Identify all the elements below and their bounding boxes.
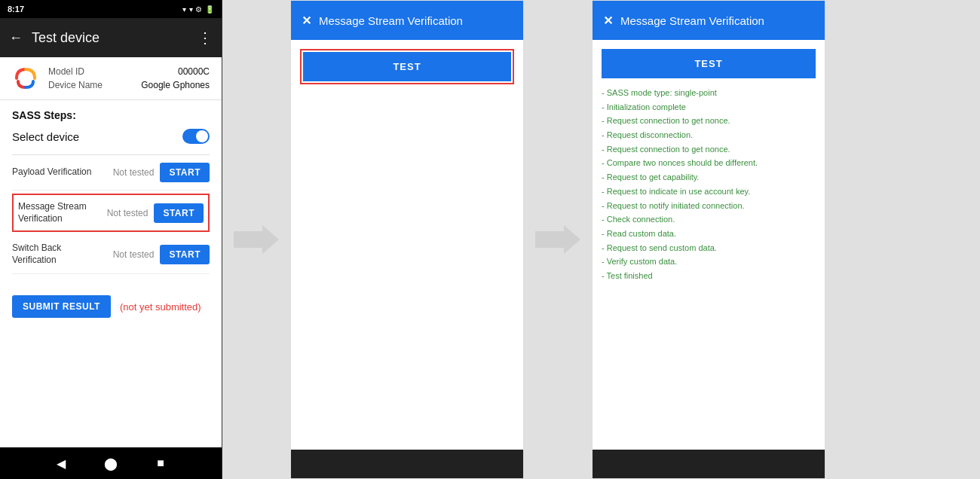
dialog-box-1: ✕ Message Stream Verification TEST xyxy=(290,0,524,479)
result-line-12: - Request to send custom data. xyxy=(602,241,816,255)
select-device-label: Select device xyxy=(12,130,79,143)
message-stream-verification-name: Message StreamVerification xyxy=(18,201,95,224)
dialog-1-body: TEST xyxy=(291,40,523,450)
select-device-row: Select device xyxy=(12,129,210,144)
home-nav-icon[interactable]: ⬤ xyxy=(104,456,118,470)
device-name-row: Device Name Google Gphones xyxy=(48,78,210,92)
navigation-bar: ◀ ⬤ ■ xyxy=(0,447,222,479)
model-id-label: Model ID xyxy=(48,66,84,77)
submit-section: SUBMIT RESULT (not yet submitted) xyxy=(0,283,222,330)
not-submitted-text: (not yet submitted) xyxy=(120,301,201,313)
model-id-row: Model ID 00000C xyxy=(48,65,210,78)
result-line-2: - Initialization complete xyxy=(602,100,816,114)
status-bar: 8:17 ▾ ▾ ⚙ 🔋 xyxy=(0,0,222,18)
dialog-2-body: TEST - SASS mode type: single-point - In… xyxy=(593,40,825,450)
phone-content: Model ID 00000C Device Name Google Gphon… xyxy=(0,57,222,447)
battery-icon: 🔋 xyxy=(205,5,214,14)
result-line-4: - Request disconnection. xyxy=(602,128,816,142)
device-info: Model ID 00000C Device Name Google Gphon… xyxy=(0,57,222,100)
dialog-1-test-button[interactable]: TEST xyxy=(303,52,511,81)
result-line-9: - Request to notify initiated connection… xyxy=(602,199,816,213)
dialog-box-2: ✕ Message Stream Verification TEST - SAS… xyxy=(592,0,825,479)
app-bar: ← Test device ⋮ xyxy=(0,18,222,57)
payload-verification-name: Payload Verification xyxy=(12,166,101,178)
phone-panel: 8:17 ▾ ▾ ⚙ 🔋 ← Test device ⋮ Model ID 00… xyxy=(0,0,222,479)
model-id-value: 00000C xyxy=(178,66,210,77)
dialog-1-title: Message Stream Verification xyxy=(319,14,513,27)
app-logo xyxy=(12,65,39,92)
dialog-header-1: ✕ Message Stream Verification xyxy=(291,1,523,40)
svg-marker-1 xyxy=(535,225,580,254)
result-line-10: - Check connection. xyxy=(602,212,816,227)
message-stream-verification-row: Message StreamVerification Not tested ST… xyxy=(15,197,207,229)
switch-back-verification-name: Switch Back Verification xyxy=(12,243,101,266)
result-line-7: - Request to get capability. xyxy=(602,170,816,185)
dialog-1-close-icon[interactable]: ✕ xyxy=(302,14,311,28)
wifi-icon: ▾ ⚙ xyxy=(189,5,202,14)
signal-icon: ▾ xyxy=(182,5,186,14)
device-fields: Model ID 00000C Device Name Google Gphon… xyxy=(48,65,210,92)
dialog-1-footer xyxy=(291,450,523,478)
menu-icon[interactable]: ⋮ xyxy=(198,29,213,47)
dialog-panel-1: ✕ Message Stream Verification TEST xyxy=(290,0,524,479)
switch-back-verification-row: Switch Back Verification Not tested STAR… xyxy=(12,235,210,274)
back-icon[interactable]: ← xyxy=(9,31,23,44)
payload-verification-status: Not tested xyxy=(107,167,154,178)
device-name-value: Google Gphones xyxy=(141,80,210,90)
device-name-label: Device Name xyxy=(48,80,103,90)
result-line-6: - Compare two nonces should be different… xyxy=(602,156,816,170)
dialog-2-footer xyxy=(593,450,825,478)
recents-nav-icon[interactable]: ■ xyxy=(154,456,167,470)
submit-result-button[interactable]: SUBMIT RESULT xyxy=(12,295,111,318)
dialog-header-2: ✕ Message Stream Verification xyxy=(593,1,825,40)
dialog-2-results: - SASS mode type: single-point - Initial… xyxy=(602,86,816,283)
message-stream-verification-row-wrapper: Message StreamVerification Not tested ST… xyxy=(12,194,210,232)
message-stream-verification-status: Not tested xyxy=(101,208,148,218)
dialog-2-close-icon[interactable]: ✕ xyxy=(603,14,613,28)
dialog-2-test-button[interactable]: TEST xyxy=(602,49,816,78)
arrow-2-container xyxy=(524,0,592,479)
result-line-13: - Verify custom data. xyxy=(602,255,816,269)
status-icons: ▾ ▾ ⚙ 🔋 xyxy=(182,5,214,14)
switch-back-verification-status: Not tested xyxy=(107,249,154,260)
payload-verification-row: Payload Verification Not tested START xyxy=(12,155,210,191)
result-line-8: - Request to indicate in use account key… xyxy=(602,185,816,199)
result-line-11: - Read custom data. xyxy=(602,227,816,241)
sass-title: SASS Steps: xyxy=(12,109,210,121)
payload-verification-start-button[interactable]: START xyxy=(160,163,210,182)
switch-back-verification-start-button[interactable]: START xyxy=(160,245,210,264)
result-line-5: - Request connection to get nonce. xyxy=(602,142,816,157)
dialog-2-title: Message Stream Verification xyxy=(620,14,814,27)
svg-marker-0 xyxy=(234,225,279,254)
sass-section: SASS Steps: Select device Payload Verifi… xyxy=(0,100,222,283)
arrow-1-icon xyxy=(234,225,279,254)
result-line-1: - SASS mode type: single-point xyxy=(602,86,816,100)
arrow-2-icon xyxy=(535,225,580,254)
arrow-1-container xyxy=(222,0,290,479)
dialog-panel-2: ✕ Message Stream Verification TEST - SAS… xyxy=(592,0,825,479)
test-button-outline: TEST xyxy=(300,49,514,84)
result-line-14: - Test finished xyxy=(602,269,816,283)
app-bar-title: Test device xyxy=(32,30,188,46)
back-nav-icon[interactable]: ◀ xyxy=(54,456,68,470)
select-device-toggle[interactable] xyxy=(182,129,210,144)
message-stream-verification-start-button[interactable]: START xyxy=(154,203,204,223)
result-line-3: - Request connection to get nonce. xyxy=(602,114,816,128)
status-time: 8:17 xyxy=(8,5,24,14)
